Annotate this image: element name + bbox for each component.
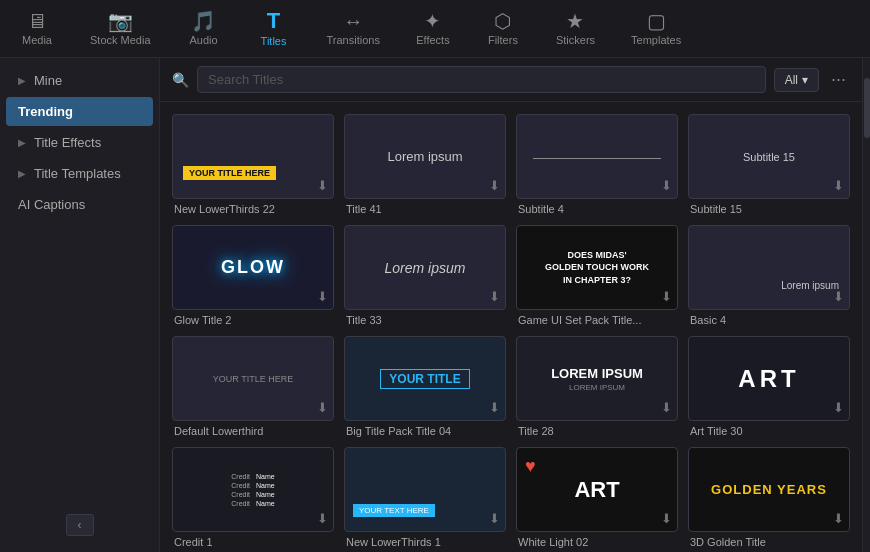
download-icon-2[interactable]: ⬇ <box>489 178 500 193</box>
lorem-text-2: Lorem ipsum <box>387 149 462 164</box>
toolbar-item-titles[interactable]: T Titles <box>249 6 299 51</box>
white-art-text: ART <box>574 477 619 503</box>
thumb-11: LOREM IPSUM LOREM IPSUM ⬇ <box>516 336 678 421</box>
toolbar-label-effects: Effects <box>416 34 449 46</box>
chevron-icon-effects: ▶ <box>18 137 26 148</box>
download-icon-11[interactable]: ⬇ <box>661 400 672 415</box>
sidebar-item-trending[interactable]: Trending <box>6 97 153 126</box>
toolbar-label-filters: Filters <box>488 34 518 46</box>
toolbar-item-audio[interactable]: 🎵 Audio <box>179 7 229 50</box>
grid-item-5[interactable]: GLOW ⬇ Glow Title 2 <box>172 225 334 326</box>
item-label-12: Art Title 30 <box>688 425 850 437</box>
download-icon-4[interactable]: ⬇ <box>833 178 844 193</box>
thumb-6: Lorem ipsum ⬇ <box>344 225 506 310</box>
collapse-sidebar-button[interactable]: ‹ <box>66 514 94 536</box>
item-label-11: Title 28 <box>516 425 678 437</box>
grid-item-6[interactable]: Lorem ipsum ⬇ Title 33 <box>344 225 506 326</box>
grid-item-8[interactable]: Lorem ipsum ⬇ Basic 4 <box>688 225 850 326</box>
sidebar-item-mine[interactable]: ▶ Mine <box>6 66 153 95</box>
sidebar-label-title-templates: Title Templates <box>34 166 121 181</box>
filter-label: All <box>785 73 798 87</box>
grid-item-13[interactable]: CreditName CreditName CreditName CreditN… <box>172 447 334 548</box>
sidebar-item-title-templates[interactable]: ▶ Title Templates <box>6 159 153 188</box>
grid-item-10[interactable]: YOUR TITLE ⬇ Big Title Pack Title 04 <box>344 336 506 437</box>
art-text: ART <box>738 365 799 393</box>
thumb-4: Subtitle 15 ⬇ <box>688 114 850 199</box>
item-label-15: White Light 02 <box>516 536 678 548</box>
download-icon-7[interactable]: ⬇ <box>661 289 672 304</box>
grid-item-15[interactable]: ♥ ART ⬇ White Light 02 <box>516 447 678 548</box>
toolbar-item-filters[interactable]: ⬡ Filters <box>478 7 528 50</box>
grid-item-1[interactable]: YOUR TITLE HERE ⬇ New LowerThirds 22 <box>172 114 334 215</box>
your-title-text: YOUR TITLE <box>380 369 469 389</box>
download-icon-16[interactable]: ⬇ <box>833 511 844 526</box>
item-label-6: Title 33 <box>344 314 506 326</box>
templates-icon: ▢ <box>647 11 666 31</box>
toolbar-item-media[interactable]: 🖥 Media <box>12 7 62 50</box>
sidebar-label-mine: Mine <box>34 73 62 88</box>
thumb-8: Lorem ipsum ⬇ <box>688 225 850 310</box>
sidebar-item-title-effects[interactable]: ▶ Title Effects <box>6 128 153 157</box>
search-bar: 🔍 All ▾ ··· <box>160 58 862 102</box>
default-lower-text: YOUR TITLE HERE <box>213 374 293 384</box>
filter-button[interactable]: All ▾ <box>774 68 819 92</box>
item-label-1: New LowerThirds 22 <box>172 203 334 215</box>
toolbar-label-audio: Audio <box>189 34 217 46</box>
sidebar-label-title-effects: Title Effects <box>34 135 101 150</box>
lower-thirds-bar: YOUR TITLE HERE <box>183 166 276 180</box>
sidebar-item-ai-captions[interactable]: AI Captions <box>6 190 153 219</box>
thumb-1: YOUR TITLE HERE ⬇ <box>172 114 334 199</box>
download-icon-15[interactable]: ⬇ <box>661 511 672 526</box>
download-icon-3[interactable]: ⬇ <box>661 178 672 193</box>
thumb-9: YOUR TITLE HERE ⬇ <box>172 336 334 421</box>
media-icon: 🖥 <box>27 11 47 31</box>
download-icon-13[interactable]: ⬇ <box>317 511 328 526</box>
chevron-icon: ▶ <box>18 75 26 86</box>
more-options-button[interactable]: ··· <box>827 69 850 90</box>
download-icon-1[interactable]: ⬇ <box>317 178 328 193</box>
grid-item-2[interactable]: Lorem ipsum ⬇ Title 41 <box>344 114 506 215</box>
sidebar-label-ai-captions: AI Captions <box>18 197 85 212</box>
grid-item-16[interactable]: GOLDEN YEARS ⬇ 3D Golden Title <box>688 447 850 548</box>
thumb-13: CreditName CreditName CreditName CreditN… <box>172 447 334 532</box>
toolbar-item-stickers[interactable]: ★ Stickers <box>548 7 603 50</box>
filters-icon: ⬡ <box>494 11 511 31</box>
item-label-16: 3D Golden Title <box>688 536 850 548</box>
scroll-thumb <box>864 78 870 138</box>
thumb-15: ♥ ART ⬇ <box>516 447 678 532</box>
titles-grid: YOUR TITLE HERE ⬇ New LowerThirds 22 Lor… <box>172 114 850 548</box>
toolbar-item-transitions[interactable]: ↔ Transitions <box>319 7 388 50</box>
toolbar: 🖥 Media 📷 Stock Media 🎵 Audio T Titles ↔… <box>0 0 870 58</box>
thumb-12: ART ⬇ <box>688 336 850 421</box>
download-icon-9[interactable]: ⬇ <box>317 400 328 415</box>
grid-item-14[interactable]: YOUR TEXT HERE ⬇ New LowerThirds 1 <box>344 447 506 548</box>
effects-icon: ✦ <box>424 11 441 31</box>
grid-item-12[interactable]: ART ⬇ Art Title 30 <box>688 336 850 437</box>
item-label-3: Subtitle 4 <box>516 203 678 215</box>
scrollbar[interactable] <box>862 58 870 552</box>
chevron-down-icon: ▾ <box>802 73 808 87</box>
toolbar-item-effects[interactable]: ✦ Effects <box>408 7 458 50</box>
item-label-5: Glow Title 2 <box>172 314 334 326</box>
download-icon-5[interactable]: ⬇ <box>317 289 328 304</box>
download-icon-10[interactable]: ⬇ <box>489 400 500 415</box>
download-icon-12[interactable]: ⬇ <box>833 400 844 415</box>
grid-item-4[interactable]: Subtitle 15 ⬇ Subtitle 15 <box>688 114 850 215</box>
download-icon-6[interactable]: ⬇ <box>489 289 500 304</box>
stock-media-icon: 📷 <box>108 11 133 31</box>
golden-text: GOLDEN YEARS <box>711 482 827 497</box>
toolbar-item-stock-media[interactable]: 📷 Stock Media <box>82 7 159 50</box>
grid-item-7[interactable]: DOES MIDAS'GOLDEN TOUCH WORKIN CHAPTER 3… <box>516 225 678 326</box>
transitions-icon: ↔ <box>343 11 363 31</box>
grid-item-9[interactable]: YOUR TITLE HERE ⬇ Default Lowerthird <box>172 336 334 437</box>
download-icon-14[interactable]: ⬇ <box>489 511 500 526</box>
grid-item-3[interactable]: ⬇ Subtitle 4 <box>516 114 678 215</box>
grid-item-11[interactable]: LOREM IPSUM LOREM IPSUM ⬇ Title 28 <box>516 336 678 437</box>
content-area: 🔍 All ▾ ··· YOUR TITLE HERE ⬇ <box>160 58 862 552</box>
chevron-icon-templates: ▶ <box>18 168 26 179</box>
search-input[interactable] <box>197 66 766 93</box>
toolbar-label-media: Media <box>22 34 52 46</box>
download-icon-8[interactable]: ⬇ <box>833 289 844 304</box>
toolbar-label-transitions: Transitions <box>327 34 380 46</box>
toolbar-item-templates[interactable]: ▢ Templates <box>623 7 689 50</box>
